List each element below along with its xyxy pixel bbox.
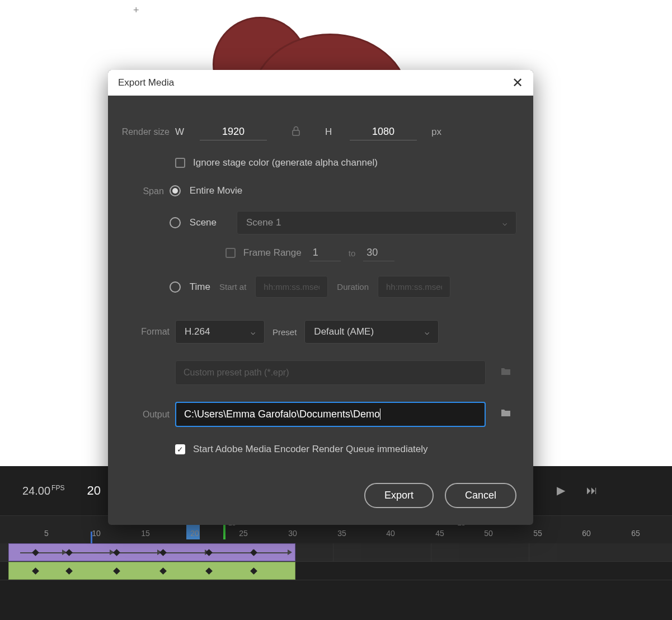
chevron-down-icon: ⌵ (251, 327, 255, 336)
crosshair-cursor: + (133, 4, 139, 16)
ruler-tick-label: 50 (484, 529, 493, 538)
fps-label: FPS (51, 484, 64, 492)
entire-movie-radio[interactable] (170, 185, 181, 196)
lock-icon[interactable] (292, 126, 300, 139)
render-size-label: Render size (119, 127, 175, 137)
export-button[interactable]: Export (364, 483, 434, 508)
output-path-input[interactable]: C:\Users\Emma Garofalo\Documents\Demo (175, 402, 486, 427)
format-value: H.264 (185, 326, 210, 337)
play-icon[interactable]: ▶ (553, 483, 568, 497)
folder-icon[interactable] (500, 408, 511, 420)
ruler-tick-label: 65 (631, 529, 640, 538)
close-icon[interactable]: ✕ (512, 75, 523, 91)
ruler-tick-label: 45 (435, 529, 444, 538)
frame-start-input[interactable] (309, 245, 341, 261)
frame-end-input[interactable] (363, 245, 394, 261)
tween-clip[interactable] (8, 543, 295, 561)
height-label: H (325, 126, 342, 138)
start-encoder-checkbox[interactable]: ✓ (175, 444, 185, 454)
format-dropdown[interactable]: H.264 ⌵ (175, 320, 265, 344)
frame-range-checkbox[interactable] (225, 248, 236, 258)
frame-range-label: Frame Range (243, 247, 302, 259)
format-label: Format (119, 327, 175, 337)
start-at-label: Start at (219, 282, 246, 292)
export-media-dialog: Export Media ✕ Render size W H px Ignore… (108, 70, 533, 525)
scene-dropdown-value: Scene 1 (246, 217, 281, 228)
ruler-tick-label: 5 (44, 529, 49, 538)
dialog-titlebar[interactable]: Export Media ✕ (108, 70, 533, 96)
width-label: W (175, 126, 192, 138)
ruler-tick-label: 60 (582, 529, 591, 538)
ruler-tick-label: 20 (190, 529, 199, 538)
duration-input[interactable] (378, 276, 450, 298)
width-input[interactable] (200, 124, 267, 140)
span-label: Span (119, 185, 170, 196)
preset-label: Preset (272, 327, 297, 337)
ruler-tick-label: 40 (386, 529, 395, 538)
start-at-input[interactable] (255, 276, 328, 298)
duration-label: Duration (337, 282, 369, 292)
tween-clip[interactable] (8, 562, 295, 580)
time-radio[interactable] (170, 281, 181, 293)
ignore-alpha-checkbox[interactable] (175, 158, 185, 168)
ruler-tick-label: 30 (288, 529, 297, 538)
chevron-down-icon: ⌵ (502, 218, 507, 227)
scene-dropdown[interactable]: Scene 1 ⌵ (237, 211, 516, 234)
ruler-tick-label: 55 (533, 529, 542, 538)
start-encoder-label: Start Adobe Media Encoder Render Queue i… (193, 444, 428, 455)
fps-value[interactable]: 24.00 (22, 485, 50, 497)
scene-label: Scene (190, 217, 217, 228)
to-label: to (349, 248, 356, 258)
ruler-tick-label: 15 (141, 529, 150, 538)
scene-radio[interactable] (170, 217, 181, 228)
unit-label: px (431, 126, 441, 138)
dialog-title: Export Media (118, 77, 174, 88)
ignore-alpha-label: Ignore stage color (generate alpha chann… (193, 157, 378, 168)
cancel-button[interactable]: Cancel (445, 483, 516, 508)
ruler-tick-label: 10 (92, 529, 101, 538)
chevron-down-icon: ⌵ (425, 327, 429, 336)
svg-rect-0 (293, 130, 299, 135)
custom-preset-input[interactable] (175, 360, 486, 385)
track-row[interactable] (0, 543, 672, 562)
height-input[interactable] (350, 124, 417, 140)
output-label: Output (119, 410, 175, 420)
skip-icon[interactable]: ⏭ (585, 483, 599, 497)
time-label: Time (190, 281, 210, 293)
preset-value: Default (AME) (314, 326, 374, 337)
current-frame[interactable]: 20 (87, 483, 100, 498)
preset-dropdown[interactable]: Default (AME) ⌵ (304, 320, 439, 344)
ruler-tick-label: 25 (239, 529, 248, 538)
folder-icon[interactable] (500, 367, 511, 379)
ruler-tick-label: 35 (337, 529, 346, 538)
track-row[interactable] (0, 562, 672, 580)
entire-movie-label: Entire Movie (190, 185, 242, 196)
